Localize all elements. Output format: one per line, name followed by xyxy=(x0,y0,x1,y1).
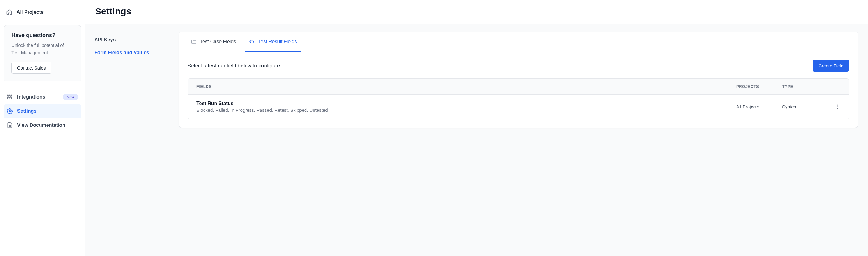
new-badge: New xyxy=(63,94,78,100)
page-header: Settings xyxy=(85,0,868,24)
settings-subnav: API Keys Form Fields and Values xyxy=(85,24,179,256)
content-area: API Keys Form Fields and Values Test Cas… xyxy=(85,24,868,256)
promo-card: Have questions? Unlock the full potentia… xyxy=(4,25,81,82)
sidebar-item-docs[interactable]: View Documentation xyxy=(4,119,81,132)
col-header-actions xyxy=(825,84,840,89)
fields-table: FIELDS PROJECTS TYPE Test Run Status Blo… xyxy=(188,78,849,119)
code-icon xyxy=(249,39,255,45)
svg-point-0 xyxy=(9,110,11,112)
tabs: Test Case Fields Test Result Fields xyxy=(179,32,858,52)
col-header-type: TYPE xyxy=(782,84,825,89)
main-content: Settings API Keys Form Fields and Values xyxy=(85,0,868,256)
tab-label: Test Result Fields xyxy=(258,39,297,44)
sidebar-item-label: View Documentation xyxy=(17,123,65,128)
create-field-button[interactable]: Create Field xyxy=(812,60,849,72)
sidebar-item-integrations[interactable]: Integrations New xyxy=(4,90,81,104)
panel-header-row: Select a test run field below to configu… xyxy=(188,60,849,72)
kebab-icon xyxy=(834,104,840,110)
puzzle-icon xyxy=(7,94,13,100)
document-icon xyxy=(7,122,13,128)
row-subtitle: Blocked, Failed, In Progress, Passed, Re… xyxy=(196,107,736,113)
promo-title: Have questions? xyxy=(11,32,73,39)
table-row[interactable]: Test Run Status Blocked, Failed, In Prog… xyxy=(188,95,849,119)
row-field-cell: Test Run Status Blocked, Failed, In Prog… xyxy=(196,101,736,113)
sidebar-item-label: Integrations xyxy=(17,94,45,100)
contact-sales-button[interactable]: Contact Sales xyxy=(11,62,52,74)
all-projects-label: All Projects xyxy=(17,9,43,15)
svg-point-4 xyxy=(837,106,838,107)
home-icon xyxy=(6,9,12,15)
sidebar: All Projects Have questions? Unlock the … xyxy=(0,0,85,256)
panel-body: Select a test run field below to configu… xyxy=(179,52,858,128)
folder-icon xyxy=(191,39,197,45)
panel-instruction: Select a test run field below to configu… xyxy=(188,63,281,69)
subnav-api-keys[interactable]: API Keys xyxy=(88,33,176,46)
all-projects-link[interactable]: All Projects xyxy=(4,6,81,19)
svg-point-3 xyxy=(837,104,838,105)
row-actions-menu[interactable] xyxy=(825,104,840,110)
col-header-projects: PROJECTS xyxy=(736,84,782,89)
gear-icon xyxy=(7,108,13,114)
fields-card: Test Case Fields Test Result Fields xyxy=(179,32,858,128)
row-projects: All Projects xyxy=(736,104,782,109)
tab-test-case-fields[interactable]: Test Case Fields xyxy=(187,32,240,52)
row-title: Test Run Status xyxy=(196,101,736,106)
sidebar-nav: Integrations New Settings xyxy=(4,90,81,132)
table-header: FIELDS PROJECTS TYPE xyxy=(188,79,849,95)
tab-test-result-fields[interactable]: Test Result Fields xyxy=(245,32,300,52)
content-panel: Test Case Fields Test Result Fields xyxy=(179,24,868,256)
tab-label: Test Case Fields xyxy=(200,39,236,44)
svg-point-5 xyxy=(837,108,838,109)
subnav-form-fields[interactable]: Form Fields and Values xyxy=(88,46,176,59)
sidebar-item-settings[interactable]: Settings xyxy=(4,104,81,118)
sidebar-item-label: Settings xyxy=(17,108,36,114)
row-type: System xyxy=(782,104,825,109)
page-title: Settings xyxy=(95,6,858,17)
promo-text: Unlock the full potential of Test Manage… xyxy=(11,42,73,56)
col-header-fields: FIELDS xyxy=(196,84,736,89)
